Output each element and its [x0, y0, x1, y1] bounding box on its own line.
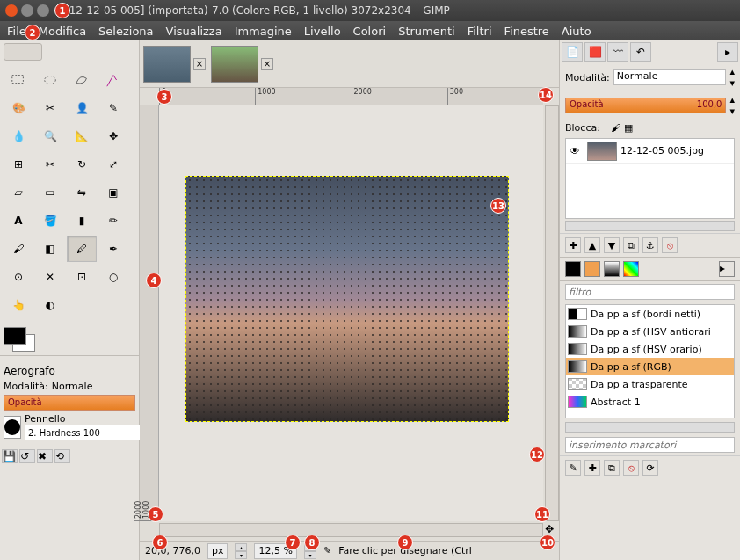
fg-color[interactable]: [4, 327, 26, 345]
minimize-window-button[interactable]: [21, 4, 33, 17]
grad-del-icon[interactable]: ⦸: [623, 460, 639, 476]
raise-layer-icon[interactable]: ▲: [584, 237, 600, 253]
tool-fuzzy-select[interactable]: [98, 67, 128, 93]
tool-paths[interactable]: ✎: [98, 95, 128, 121]
brush-preview[interactable]: [4, 416, 21, 439]
tool-ink[interactable]: ✒: [98, 236, 128, 262]
close-window-button[interactable]: [5, 4, 18, 17]
menu-help[interactable]: Aiuto: [562, 25, 591, 38]
layer-opacity-slider[interactable]: Opacità 100,0: [565, 98, 726, 113]
menu-view[interactable]: Visualizza: [166, 25, 222, 38]
tool-move[interactable]: ✥: [98, 123, 128, 149]
tool-color-picker[interactable]: 💧: [4, 123, 33, 149]
menu-image[interactable]: Immagine: [235, 25, 292, 38]
menu-tools[interactable]: Strumenti: [398, 25, 455, 38]
delete-layer-icon[interactable]: ⦸: [662, 237, 678, 253]
gradient-item[interactable]: Da pp a trasparente: [566, 375, 734, 393]
menu-edit[interactable]: Modifica: [39, 25, 86, 38]
tool-free-select[interactable]: [67, 67, 97, 93]
tool-flip[interactable]: ⇋: [67, 179, 97, 206]
opt-btn-delete[interactable]: ✖: [37, 449, 53, 463]
vertical-scrollbar[interactable]: [545, 105, 559, 521]
gradient-item[interactable]: Da pp a sf (RGB): [566, 358, 734, 375]
gradient-item[interactable]: Abstract 1: [566, 393, 734, 411]
tab-layers-icon[interactable]: 📄: [562, 42, 583, 62]
lock-alpha-icon[interactable]: ▦: [624, 122, 633, 134]
layer-row[interactable]: 👁 12-12-05 005.jpg: [566, 139, 734, 164]
lower-layer-icon[interactable]: ▼: [604, 237, 620, 253]
tool-scissors[interactable]: ✂: [35, 95, 65, 121]
tool-rotate[interactable]: ↻: [67, 151, 97, 178]
opacity-slider[interactable]: Opacità: [4, 395, 135, 411]
duplicate-layer-icon[interactable]: ⧉: [623, 237, 639, 253]
menu-windows[interactable]: Finestre: [504, 25, 549, 38]
swatch-bw-grad[interactable]: [604, 261, 620, 277]
gradient-hscroll[interactable]: [565, 422, 735, 433]
swatch-rainbow[interactable]: [623, 261, 639, 277]
tool-foreground[interactable]: 👤: [67, 95, 97, 121]
tab-paths-icon[interactable]: 〰: [607, 42, 628, 62]
tool-bucket[interactable]: 🪣: [35, 207, 65, 234]
dock-menu-icon[interactable]: ▸: [717, 42, 738, 62]
layer-hscroll[interactable]: [565, 221, 735, 231]
maximize-window-button[interactable]: [37, 4, 49, 17]
tool-shear[interactable]: ▱: [4, 179, 33, 206]
dock-tab[interactable]: [4, 43, 42, 61]
horizontal-ruler[interactable]: 0 1000 2000 300: [159, 88, 543, 105]
tool-text[interactable]: A: [4, 207, 33, 234]
tool-zoom[interactable]: 🔍: [35, 123, 65, 149]
image-tab-thumb[interactable]: [211, 46, 258, 83]
tool-measure[interactable]: 📐: [67, 123, 97, 149]
tool-eraser[interactable]: ◧: [35, 236, 65, 262]
tool-perspective-clone[interactable]: ⊡: [67, 264, 97, 290]
horizontal-scrollbar[interactable]: [159, 523, 543, 537]
tool-rect-select[interactable]: [4, 67, 33, 93]
tool-dodge[interactable]: ◐: [35, 292, 65, 318]
gradient-item[interactable]: Da pp a sf (bordi netti): [566, 305, 734, 323]
tool-pencil[interactable]: ✏: [98, 207, 128, 234]
grad-new-icon[interactable]: ✚: [584, 460, 600, 476]
unit-spin[interactable]: ▴▾: [235, 543, 247, 559]
swatch-black[interactable]: [565, 261, 581, 277]
tab-channels-icon[interactable]: 🟥: [584, 42, 606, 62]
tool-airbrush[interactable]: 🖊: [67, 236, 97, 262]
tool-crop[interactable]: ✂: [35, 151, 65, 178]
opt-btn-save[interactable]: 💾: [2, 449, 18, 463]
gradient-item[interactable]: Da pp a sf (HSV orario): [566, 340, 734, 358]
tool-heal[interactable]: ✕: [35, 264, 65, 290]
dock-menu-icon[interactable]: ▸: [719, 261, 735, 277]
anchor-layer-icon[interactable]: ⚓: [642, 237, 658, 253]
image-tab-close-icon[interactable]: ×: [261, 58, 273, 70]
menu-layer[interactable]: Livello: [304, 25, 341, 38]
layer-mode-select[interactable]: Normale: [613, 69, 727, 85]
image-tab-close-icon[interactable]: ×: [193, 58, 206, 70]
menu-select[interactable]: Seleziona: [98, 25, 153, 38]
layer-opacity-spin[interactable]: ▴▾: [729, 94, 735, 117]
tool-blend[interactable]: ▮: [67, 207, 97, 234]
menu-colors[interactable]: Colori: [353, 25, 387, 38]
tool-smudge[interactable]: 👆: [4, 292, 33, 318]
fg-bg-swatch[interactable]: [0, 324, 139, 355]
image-tab-thumb[interactable]: [143, 46, 191, 83]
layer-name[interactable]: 12-12-05 005.jpg: [620, 145, 704, 156]
opt-btn-restore[interactable]: ↺: [19, 449, 35, 463]
grad-dup-icon[interactable]: ⧉: [604, 460, 620, 476]
new-layer-icon[interactable]: ✚: [565, 237, 581, 253]
swatch-orange[interactable]: [584, 261, 600, 277]
tool-scale[interactable]: ⤢: [98, 151, 128, 178]
insert-marker-input[interactable]: [565, 437, 735, 453]
tool-cage[interactable]: ▣: [98, 179, 128, 206]
menu-file[interactable]: File: [7, 25, 26, 38]
brush-name-field[interactable]: [25, 425, 141, 440]
vertical-ruler[interactable]: 0 1000 2000: [140, 105, 159, 521]
tool-perspective[interactable]: ▭: [35, 179, 65, 206]
gradient-item[interactable]: Da pp a sf (HSV antiorari: [566, 323, 734, 340]
canvas-viewport[interactable]: [159, 105, 543, 521]
tool-ellipse-select[interactable]: [35, 67, 65, 93]
tab-undo-icon[interactable]: ↶: [630, 42, 651, 62]
grad-edit-icon[interactable]: ✎: [565, 460, 581, 476]
tool-by-color[interactable]: 🎨: [4, 95, 33, 121]
gradient-filter-input[interactable]: [565, 284, 735, 300]
unit-select[interactable]: px: [207, 543, 229, 559]
lock-pixels-icon[interactable]: 🖌: [611, 122, 620, 134]
